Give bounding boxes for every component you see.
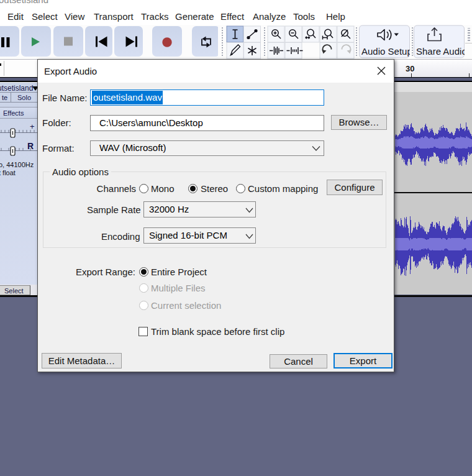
svg-text:Audio Setup: Audio Setup: [361, 46, 412, 57]
svg-text:Share Audio: Share Audio: [416, 46, 467, 57]
svg-text:+: +: [30, 122, 35, 131]
